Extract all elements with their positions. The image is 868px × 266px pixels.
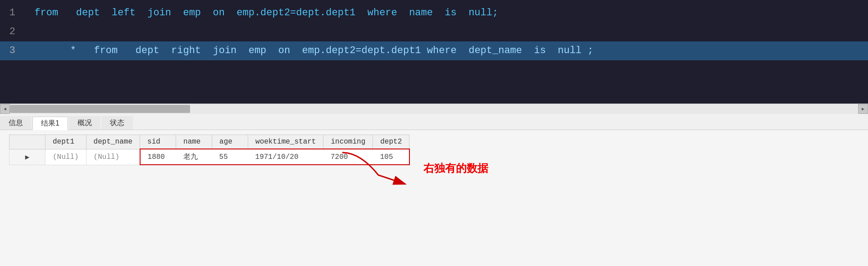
cell-dept2: 105 — [373, 149, 409, 165]
line-number-1: 1 — [0, 4, 23, 23]
tab-overview[interactable]: 概况 — [69, 116, 100, 130]
tab-status[interactable]: 状态 — [101, 116, 133, 130]
cell-woektime-start: 1971/10/20 — [248, 149, 323, 165]
col-header-sid: sid — [140, 135, 176, 149]
tab-results[interactable]: 结果1 — [32, 117, 68, 130]
results-table: dept1 dept_name sid name age woektime_st… — [9, 135, 410, 165]
line-number-3: 3 — [0, 41, 23, 60]
col-header-dept2: dept2 — [373, 135, 409, 149]
scroll-track[interactable] — [10, 104, 858, 114]
scroll-left-button[interactable]: ◀ — [0, 104, 10, 114]
cell-sid: 1880 — [140, 149, 176, 165]
scroll-right-button[interactable]: ▶ — [858, 104, 868, 114]
cell-dept1: (Null) — [45, 149, 86, 165]
cell-name: 老九 — [176, 149, 212, 165]
tab-info[interactable]: 信息 — [0, 116, 32, 130]
code-lines: 1 from dept left join emp on emp.dept2=d… — [0, 0, 868, 64]
bottom-panel: 信息 结果1 概况 状态 dept1 dept_name sid name ag… — [0, 113, 868, 266]
col-header-incoming: incoming — [323, 135, 373, 149]
cell-age: 55 — [212, 149, 248, 165]
line-content-3: * from dept right join emp on emp.dept2=… — [23, 23, 868, 79]
col-header-dept-name: dept_name — [86, 135, 140, 149]
cell-incoming: 7200 — [323, 149, 373, 165]
cell-dept-name: (Null) — [86, 149, 140, 165]
tabs-bar: 信息 结果1 概况 状态 — [0, 114, 868, 130]
col-header-dept1: dept1 — [45, 135, 86, 149]
col-header-woektime-start: woektime_start — [248, 135, 323, 149]
col-header-name: name — [176, 135, 212, 149]
code-line-3: 3 * from dept right join emp on emp.dept… — [0, 41, 868, 60]
horizontal-scrollbar[interactable]: ◀ ▶ — [0, 104, 868, 113]
col-header-age: age — [212, 135, 248, 149]
code-editor[interactable]: 1 from dept left join emp on emp.dept2=d… — [0, 0, 868, 104]
line-number-2: 2 — [0, 23, 23, 41]
table-row: ▶ (Null) (Null) 1880 老九 55 1971/10/20 72… — [9, 149, 409, 165]
table-header-row: dept1 dept_name sid name age woektime_st… — [9, 135, 409, 149]
results-panel: dept1 dept_name sid name age woektime_st… — [0, 130, 868, 170]
code-line-1: 1 from dept left join emp on emp.dept2=d… — [0, 4, 868, 23]
line-content-1: from dept left join emp on emp.dept2=dep… — [23, 4, 868, 23]
annotation-label: 右独有的数据 — [423, 161, 488, 176]
row-indicator: ▶ — [9, 149, 45, 165]
scroll-thumb[interactable] — [10, 105, 190, 113]
row-indicator-header — [9, 135, 45, 149]
